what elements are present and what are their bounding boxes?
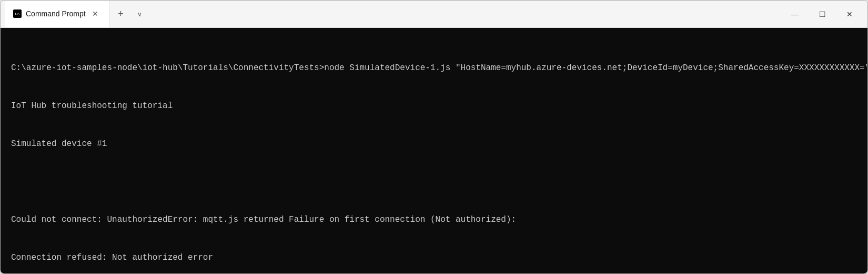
tab-area: Command Prompt ✕ + ∨ [5, 1, 781, 27]
terminal-line-4: Could not connect: UnauthorizedError: mq… [11, 213, 857, 226]
maximize-button[interactable]: ☐ [809, 1, 836, 28]
terminal-line-5: Connection refused: Not authorized error [11, 251, 857, 264]
window-controls: — ☐ ✕ [781, 1, 863, 27]
terminal-line-2: Simulated device #1 [11, 138, 857, 150]
command-prompt-window: Command Prompt ✕ + ∨ — ☐ ✕ C:\azure-iot-… [0, 0, 868, 274]
terminal-icon [13, 9, 22, 18]
tab-close-button[interactable]: ✕ [90, 8, 100, 19]
terminal-line-1: IoT Hub troubleshooting tutorial [11, 100, 857, 112]
dropdown-button[interactable]: ∨ [130, 5, 149, 24]
tab-label: Command Prompt [26, 9, 86, 18]
new-tab-button[interactable]: + [112, 5, 130, 24]
titlebar: Command Prompt ✕ + ∨ — ☐ ✕ [1, 1, 867, 28]
terminal-blank-1 [11, 175, 857, 188]
terminal-line-0: C:\azure-iot-samples-node\iot-hub\Tutori… [11, 62, 857, 74]
close-button[interactable]: ✕ [836, 1, 863, 28]
tab-command-prompt[interactable]: Command Prompt ✕ [5, 1, 109, 27]
terminal-body[interactable]: C:\azure-iot-samples-node\iot-hub\Tutori… [1, 28, 867, 273]
minimize-button[interactable]: — [781, 1, 809, 28]
